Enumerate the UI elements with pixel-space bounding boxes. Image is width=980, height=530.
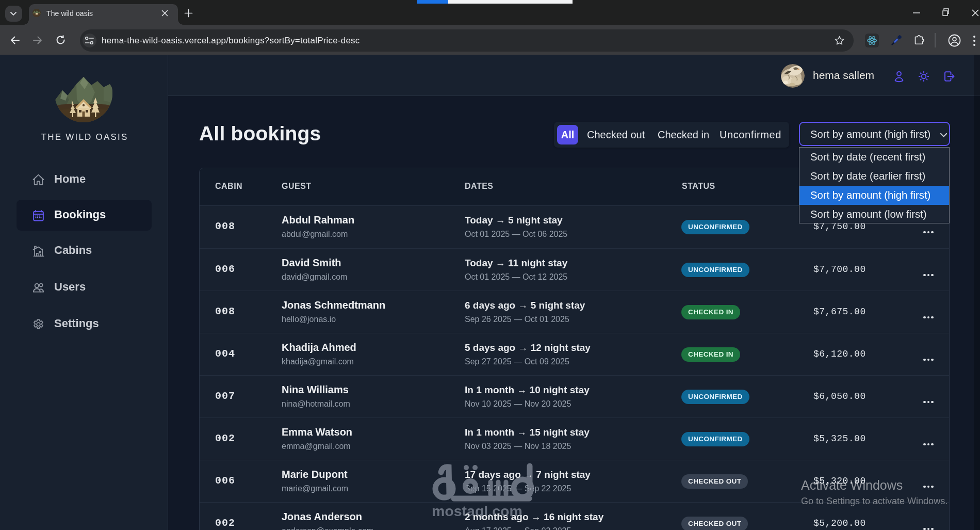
svg-text:mostaql.com: mostaql.com bbox=[432, 503, 522, 519]
